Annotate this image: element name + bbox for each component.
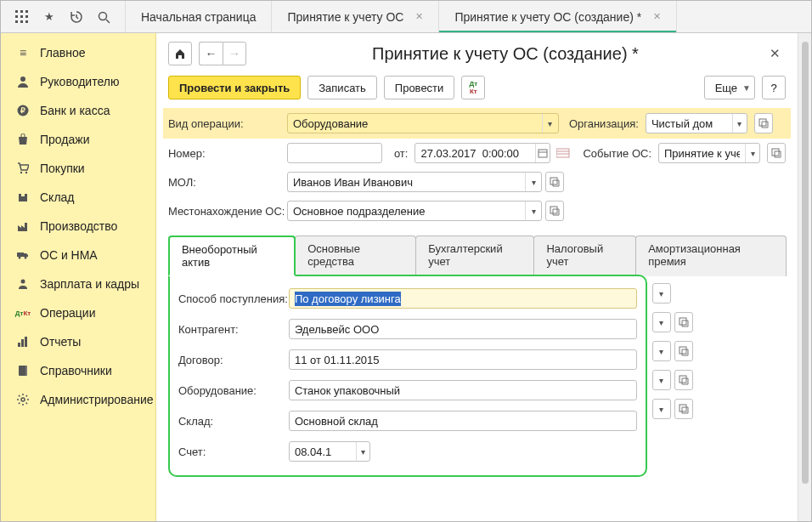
dropdown-button[interactable]: ▾: [745, 144, 759, 162]
sidebar-item-production[interactable]: Производство: [1, 212, 155, 241]
number-label: Номер:: [168, 147, 287, 160]
post-and-close-button[interactable]: Провести и закрыть: [168, 76, 301, 99]
organization-input[interactable]: [646, 114, 732, 133]
user-icon: [16, 75, 30, 88]
equipment-input[interactable]: [290, 381, 636, 400]
calendar-button[interactable]: [535, 144, 550, 162]
sidebar-item-sales[interactable]: Продажи: [1, 125, 155, 154]
svg-rect-38: [679, 347, 686, 354]
scroll-thumb[interactable]: [802, 42, 809, 484]
counterparty-input[interactable]: [290, 320, 636, 338]
dropdown-button[interactable]: ▾: [653, 342, 670, 360]
tab-start-page[interactable]: Начальная страница: [126, 1, 272, 32]
svg-line-10: [106, 20, 110, 23]
sidebar-item-label: Производство: [40, 219, 117, 233]
tab-fixed-asset-accept[interactable]: Принятие к учету ОС ✕: [272, 1, 439, 32]
more-button[interactable]: Еще ▼: [704, 76, 755, 99]
tab-accounting[interactable]: Бухгалтерский учет: [415, 235, 534, 276]
close-document-button[interactable]: ✕: [764, 43, 786, 65]
chart-icon: [16, 335, 30, 349]
close-icon[interactable]: ✕: [415, 11, 423, 22]
svg-rect-28: [759, 119, 766, 126]
open-button[interactable]: [754, 113, 773, 133]
date-prefix: от:: [394, 147, 409, 160]
sidebar-item-label: Продажи: [40, 133, 89, 146]
location-input[interactable]: [288, 201, 525, 220]
warehouse-input[interactable]: [290, 411, 636, 430]
open-button[interactable]: [674, 341, 693, 361]
close-icon[interactable]: ✕: [653, 11, 661, 22]
open-button[interactable]: [767, 143, 786, 163]
sidebar-item-warehouse[interactable]: Склад: [1, 183, 155, 212]
counterparty-label: Контрагент:: [178, 323, 289, 336]
open-button[interactable]: [674, 399, 693, 419]
sidebar-item-fixed-assets[interactable]: ОС и НМА: [1, 241, 155, 270]
dropdown-button[interactable]: ▾: [356, 442, 369, 461]
tab-label: Принятие к учету ОС: [287, 10, 403, 24]
account-input[interactable]: [290, 442, 356, 461]
help-button[interactable]: ?: [762, 76, 786, 99]
scrollbar[interactable]: [798, 33, 811, 521]
save-button[interactable]: Записать: [307, 76, 377, 99]
dropdown-button[interactable]: ▾: [653, 284, 670, 303]
dtkt-button[interactable]: ДтКт: [461, 76, 485, 99]
factory-icon: [16, 219, 30, 233]
dropdown-button[interactable]: ▾: [525, 173, 541, 191]
dropdown-button[interactable]: ▾: [732, 114, 747, 133]
event-input[interactable]: [659, 144, 745, 162]
more-label: Еще: [715, 82, 737, 94]
contract-label: Договор:: [178, 354, 289, 366]
truck-icon: [16, 248, 30, 262]
tab-tax[interactable]: Налоговый учет: [533, 235, 636, 276]
svg-rect-24: [25, 337, 27, 347]
number-input[interactable]: [288, 144, 381, 162]
home-button[interactable]: [168, 42, 192, 65]
contract-input[interactable]: [290, 350, 636, 369]
svg-rect-36: [550, 207, 557, 213]
tab-fixed-asset-accept-create[interactable]: Принятие к учету ОС (создание) * ✕: [439, 1, 677, 32]
svg-rect-35: [550, 178, 557, 184]
dropdown-button[interactable]: ▾: [653, 400, 670, 418]
svg-point-20: [25, 257, 27, 259]
open-button[interactable]: [545, 172, 564, 192]
sidebar-item-purchases[interactable]: Покупки: [1, 154, 155, 183]
dropdown-button[interactable]: ▾: [542, 114, 558, 133]
dropdown-button[interactable]: ▾: [653, 313, 670, 332]
svg-point-9: [99, 12, 107, 20]
open-button[interactable]: [545, 201, 564, 221]
print-form-button[interactable]: [554, 143, 572, 163]
tab-depreciation-bonus[interactable]: Амортизационная премия: [635, 235, 787, 276]
open-button[interactable]: [674, 370, 693, 390]
entry-method-input[interactable]: По договору лизинга: [290, 289, 636, 308]
sidebar-item-manager[interactable]: Руководителю: [1, 67, 155, 96]
sidebar-item-reports[interactable]: Отчеты: [1, 327, 155, 356]
sidebar-item-payroll[interactable]: Зарплата и кадры: [1, 270, 155, 298]
history-icon[interactable]: [69, 9, 84, 25]
svg-rect-34: [772, 149, 779, 156]
dropdown-button[interactable]: ▾: [653, 371, 670, 389]
mol-input[interactable]: [288, 173, 525, 191]
tab-noncurrent-asset[interactable]: Внеоборотный актив: [168, 235, 296, 276]
open-button[interactable]: [674, 312, 693, 332]
tab-fixed-assets[interactable]: Основные средства: [295, 235, 416, 276]
sidebar-item-operations[interactable]: ДтКт Операции: [1, 298, 155, 327]
sidebar-item-bank[interactable]: ₽ Банк и касса: [1, 96, 155, 125]
sidebar-item-catalogs[interactable]: Справочники: [1, 356, 155, 385]
sidebar-item-main[interactable]: ≡ Главное: [1, 38, 155, 67]
post-button[interactable]: Провести: [384, 76, 455, 99]
person-icon: [16, 277, 30, 291]
sidebar-item-admin[interactable]: Администрирование: [1, 385, 155, 414]
document-toolbar: Провести и закрыть Записать Провести ДтК…: [168, 76, 786, 99]
date-input[interactable]: [415, 144, 534, 162]
forward-button[interactable]: →: [223, 42, 246, 65]
apps-icon[interactable]: [14, 9, 30, 25]
search-icon[interactable]: [96, 9, 111, 25]
highlighted-section: Способ поступления: По договору лизинга …: [168, 275, 647, 477]
star-icon[interactable]: ★: [42, 9, 57, 25]
back-button[interactable]: ←: [199, 42, 223, 65]
content: ← → Принятие к учету ОС (создание) * ✕ П…: [156, 33, 811, 521]
dropdown-button[interactable]: ▾: [525, 201, 541, 220]
svg-point-11: [20, 77, 25, 82]
operation-type-input[interactable]: [288, 114, 542, 133]
row-entry-method: Способ поступления: По договору лизинга: [178, 283, 637, 314]
